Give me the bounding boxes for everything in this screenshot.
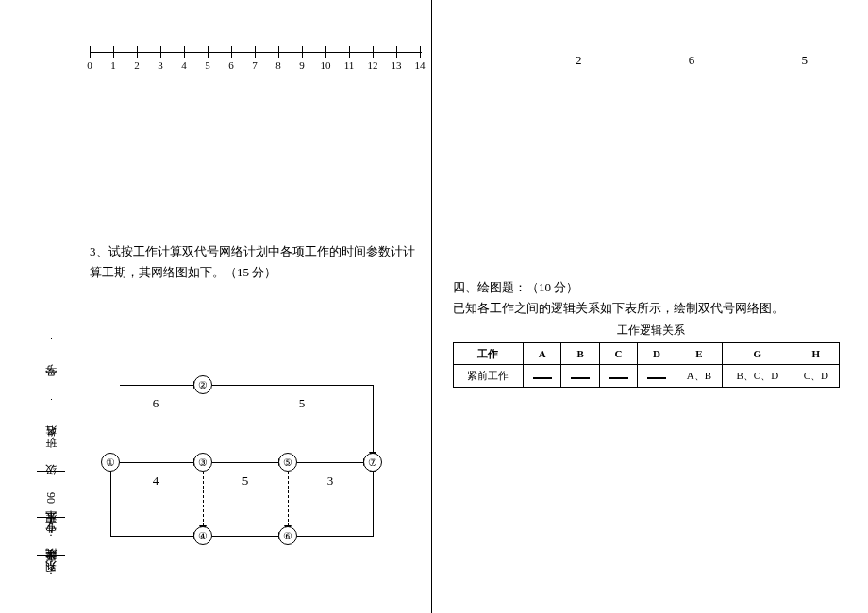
tick — [302, 46, 303, 58]
tick-label: 10 — [321, 59, 331, 71]
node-2: ② — [193, 375, 212, 394]
side-dept: 系别： 建工学院 — [43, 570, 59, 581]
td-pre-label: 紧前工作 — [454, 365, 524, 388]
dash-icon — [571, 377, 590, 379]
tick-label: 12 — [368, 59, 378, 71]
tick-label: 8 — [275, 59, 281, 71]
left-column: 01234567891011121314 3、试按工作计算双代号网络计划中各项工… — [90, 0, 432, 613]
table-row: 紧前工作 A、B B、C、D C、D — [454, 365, 840, 388]
q4-caption: 工作逻辑关系 — [453, 321, 849, 340]
node-4: ④ — [193, 526, 212, 545]
tick-label: 4 — [181, 59, 187, 71]
th-A: A — [523, 342, 560, 365]
tick — [208, 46, 209, 58]
timeline: 01234567891011121314 — [90, 42, 422, 78]
tick — [349, 46, 350, 58]
edge-3-5 — [212, 462, 278, 463]
td-pre-E: A、B — [676, 365, 722, 388]
q4-desc: 已知各工作之间的逻辑关系如下表所示，绘制双代号网络图。 — [453, 298, 849, 319]
q3-text: 3、试按工作计算双代号网络计划中各项工作的时间参数计计算工期，其网络图如下。（1… — [90, 241, 422, 283]
label-3-5: 5 — [242, 473, 249, 489]
node-3: ③ — [193, 453, 212, 472]
td-pre-C — [599, 365, 637, 388]
tick — [420, 46, 421, 58]
node-7: ⑦ — [363, 453, 382, 472]
edge-2-7a — [212, 385, 373, 386]
table-row: 工作 A B C D E G H — [454, 342, 840, 365]
tick-label: 3 — [158, 59, 163, 71]
logic-table: 工作 A B C D E G H 紧前工作 A、B B、C、D C、D — [453, 342, 840, 388]
edge-4-6 — [212, 536, 278, 537]
td-pre-A — [523, 365, 560, 388]
edge-1-3 — [120, 462, 193, 463]
rval-c: 5 — [802, 53, 809, 68]
side-divider-3 — [37, 555, 65, 556]
tick-label: 0 — [87, 59, 92, 71]
tick — [373, 46, 374, 58]
th-work: 工作 — [454, 342, 524, 365]
label-2-7: 5 — [299, 396, 306, 411]
right-values: 2 6 5 — [453, 53, 849, 68]
tick-label: 7 — [252, 59, 258, 71]
side-id: 学号 — [43, 335, 59, 385]
tick — [90, 46, 91, 58]
side-name-cell: 姓名 — [43, 396, 59, 446]
td-pre-B — [561, 365, 599, 388]
rval-a: 2 — [576, 53, 582, 68]
edge-1-4 — [110, 536, 193, 537]
dash-icon — [647, 377, 666, 379]
td-pre-H: C、D — [793, 365, 839, 388]
tick — [113, 46, 114, 58]
q4-block: 四、绘图题：（10 分） 已知各工作之间的逻辑关系如下表所示，绘制双代号网络图。… — [453, 277, 849, 388]
tick-label: 6 — [228, 59, 234, 71]
label-5-7: 3 — [327, 473, 334, 489]
edge-5-6-dashed — [288, 472, 289, 526]
tick — [184, 46, 185, 58]
th-B: B — [561, 342, 599, 365]
q4-title: 四、绘图题：（10 分） — [453, 277, 849, 298]
label-1-2: 6 — [153, 396, 159, 411]
edge-1-2 — [120, 385, 193, 386]
edge-1-down — [110, 471, 111, 536]
dash-icon — [609, 377, 628, 379]
tick-label: 1 — [110, 59, 116, 71]
tick-label: 14 — [415, 59, 426, 71]
tick-label: 11 — [344, 59, 355, 71]
network-diagram: 6 5 4 5 3 ① ② ③ ④ — [90, 330, 429, 566]
edge-5-7 — [297, 462, 363, 463]
label-1-3: 4 — [153, 473, 159, 489]
side-divider-1 — [37, 471, 65, 472]
node-1: ① — [101, 453, 120, 472]
tick-label: 13 — [392, 59, 402, 71]
th-H: H — [793, 342, 839, 365]
th-G: G — [722, 342, 793, 365]
edge-6-7a — [297, 536, 373, 537]
edge-2-7b — [373, 385, 374, 454]
node-6: ⑥ — [278, 526, 297, 545]
tick — [137, 46, 138, 58]
tick-label: 5 — [205, 59, 210, 71]
dept-label: 系别： — [43, 570, 59, 581]
side-info: 学号 姓名 班 06 级 专业： 土木工程 系别： 建工学院 — [32, 41, 70, 587]
td-pre-G: B、C、D — [722, 365, 793, 388]
side-divider-2 — [37, 517, 65, 518]
grade-value: 06 — [44, 492, 58, 504]
side-grade: 06 级 — [43, 485, 59, 504]
rval-b: 6 — [689, 53, 695, 68]
tick — [160, 46, 161, 58]
node-5: ⑤ — [278, 453, 297, 472]
tick — [231, 46, 232, 58]
dash-icon — [533, 377, 552, 379]
th-D: D — [638, 342, 676, 365]
td-pre-D — [638, 365, 676, 388]
edge-6-7b — [373, 472, 374, 537]
major-label: 专业： — [43, 531, 59, 542]
tick — [278, 46, 279, 58]
right-column: 2 6 5 四、绘图题：（10 分） 已知各工作之间的逻辑关系如下表所示，绘制双… — [453, 0, 849, 613]
th-C: C — [599, 342, 637, 365]
side-major: 专业： 土木工程 — [43, 531, 59, 542]
tick — [326, 46, 326, 58]
tick — [396, 46, 397, 58]
th-E: E — [676, 342, 722, 365]
tick-label: 2 — [134, 59, 140, 71]
